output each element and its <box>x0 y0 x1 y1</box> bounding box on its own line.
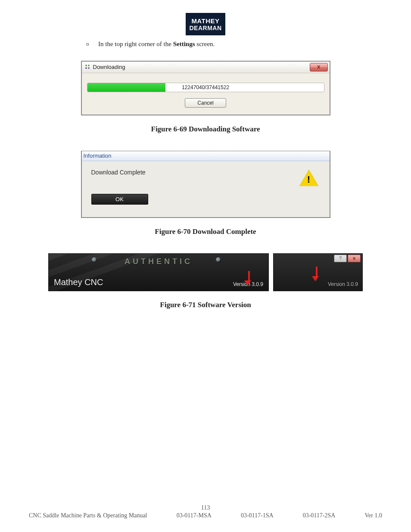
figure-caption-3: Figure 6-71 Software Version <box>39 301 372 309</box>
close-button[interactable]: x <box>310 63 328 72</box>
doc-code-2: 03-0117-1SA <box>241 512 274 519</box>
progress-bar: 12247040/37441522 <box>87 83 324 92</box>
footer-row: CNC Saddle Machine Parts & Operating Man… <box>29 512 382 519</box>
figure-caption-2: Figure 6-70 Download Complete <box>39 227 372 236</box>
doc-code-1: 03-0117-MSA <box>177 512 212 519</box>
instruction-bullet: o In the top right corner of the Setting… <box>86 40 215 48</box>
manual-title: CNC Saddle Machine Parts & Operating Man… <box>29 512 147 519</box>
ok-button[interactable]: OK <box>91 194 148 205</box>
help-button[interactable]: ? <box>334 255 347 262</box>
version-label-b: Version 3.0.9 <box>328 281 358 287</box>
dialog-title: Information <box>82 151 330 161</box>
red-arrow-icon <box>314 267 319 281</box>
cancel-button[interactable]: Cancel <box>185 98 226 108</box>
authentic-label: AUTHENTIC <box>49 257 268 266</box>
bullet-bold: Settings <box>173 40 195 47</box>
bullet-text: In the top right corner of the Settings … <box>98 40 215 48</box>
dialog-titlebar: Downloading x <box>82 62 330 73</box>
dialog-body: 12247040/37441522 Cancel <box>82 73 330 115</box>
close-icon: x <box>317 63 320 70</box>
bullet-marker: o <box>86 40 98 48</box>
app-icon <box>84 64 90 70</box>
figure-caption-1: Figure 6-69 Downloading Software <box>39 125 372 134</box>
brand-logo: MATHEY DEARMAN <box>186 13 225 35</box>
warning-icon: ! <box>299 170 318 186</box>
help-icon: ? <box>339 255 342 261</box>
warning-glyph: ! <box>307 174 311 185</box>
information-dialog: Information Download Complete ! OK <box>81 151 330 218</box>
page-footer: 113 CNC Saddle Machine Parts & Operating… <box>0 504 411 519</box>
software-version-figure: AUTHENTIC Mathey CNC Version 3.0.9 ? x V… <box>48 253 363 291</box>
bullet-post: screen. <box>195 40 215 47</box>
document-page: MATHEY DEARMAN o In the top right corner… <box>0 0 411 532</box>
window-controls: ? x <box>334 255 361 262</box>
splash-panel: AUTHENTIC Mathey CNC Version 3.0.9 <box>48 253 269 291</box>
doc-version: Ver 1.0 <box>365 512 382 519</box>
page-number: 113 <box>0 504 411 511</box>
red-arrow-icon <box>247 271 251 286</box>
dialog-message: Download Complete <box>91 169 322 176</box>
logo-line2: DEARMAN <box>189 25 221 31</box>
downloading-dialog: Downloading x 12247040/37441522 Cancel <box>81 61 330 115</box>
bullet-pre: In the top right corner of the <box>98 40 173 47</box>
about-panel: ? x Version 3.0.9 <box>273 253 363 291</box>
logo-line1: MATHEY <box>191 18 219 24</box>
dialog-body: Download Complete ! OK <box>82 161 330 217</box>
doc-code-3: 03-0117-2SA <box>303 512 336 519</box>
product-name: Mathey CNC <box>54 277 103 287</box>
close-icon: x <box>353 255 355 261</box>
dialog-title: Downloading <box>93 64 125 70</box>
close-button[interactable]: x <box>348 255 361 262</box>
progress-label: 12247040/37441522 <box>87 83 324 92</box>
